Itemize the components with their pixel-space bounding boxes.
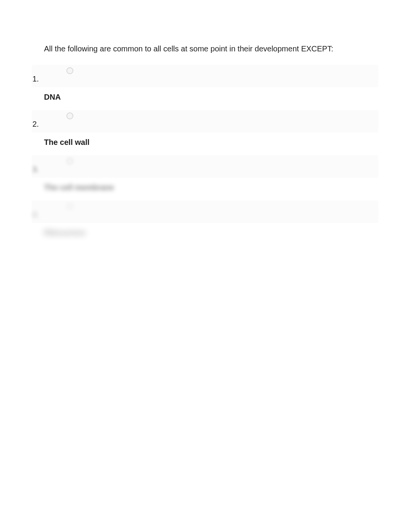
radio-icon[interactable] [66, 203, 73, 210]
radio-icon[interactable] [66, 158, 73, 165]
option-block-2: 2. The cell wall [32, 110, 378, 147]
radio-holder [44, 159, 378, 175]
radio-icon[interactable] [66, 67, 73, 74]
radio-holder [44, 69, 378, 84]
option-number: 1. [32, 75, 44, 84]
radio-icon[interactable] [66, 112, 73, 119]
option-row[interactable]: 4. [32, 201, 378, 223]
question-container: All the following are common to all cell… [0, 0, 410, 237]
option-block-4: 4. Ribosomes [32, 201, 378, 237]
option-row[interactable]: 2. [32, 110, 378, 133]
option-block-3: 3. The cell membrane [32, 155, 378, 192]
question-prompt: All the following are common to all cell… [44, 43, 378, 54]
option-label: DNA [44, 93, 378, 102]
option-number: 3. [32, 165, 44, 175]
option-label: The cell wall [44, 138, 378, 147]
radio-holder [44, 114, 378, 129]
option-label: The cell membrane [44, 183, 378, 192]
option-block-1: 1. DNA [32, 65, 378, 102]
option-number: 4. [32, 210, 44, 220]
option-number: 2. [32, 120, 44, 129]
radio-holder [44, 204, 378, 220]
option-row[interactable]: 3. [32, 155, 378, 178]
option-row[interactable]: 1. [32, 65, 378, 87]
option-label: Ribosomes [44, 228, 378, 237]
